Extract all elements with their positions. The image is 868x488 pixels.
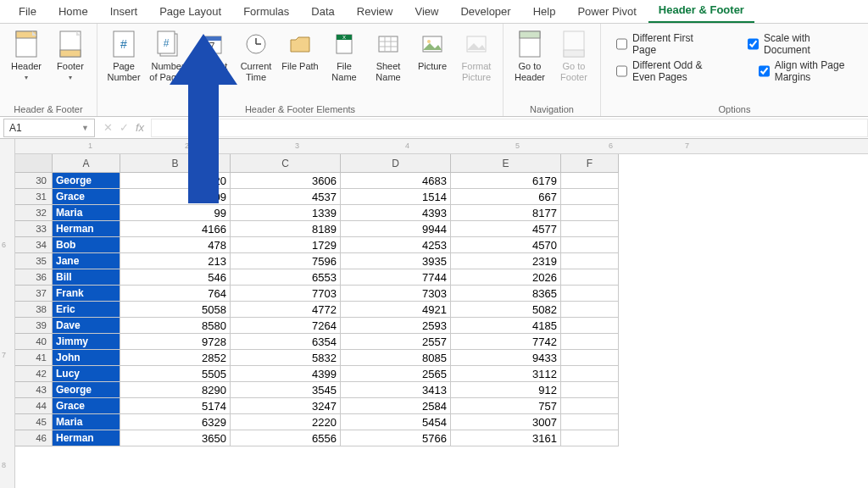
cell-value[interactable]: 7703	[231, 286, 341, 302]
cell-value[interactable]: 478	[120, 237, 231, 253]
cell-value[interactable]: 5505	[120, 366, 231, 382]
tab-power-pivot[interactable]: Power Pivot	[567, 0, 646, 23]
cell-value[interactable]: 4253	[341, 237, 451, 253]
cell-name[interactable]: Jane	[53, 253, 120, 269]
cell-value[interactable]: 3112	[451, 366, 561, 382]
enter-icon[interactable]: ✓	[120, 121, 129, 134]
cell-value[interactable]: 1729	[231, 237, 341, 253]
cell-empty[interactable]	[561, 302, 619, 318]
cell-value[interactable]: 9728	[120, 334, 231, 350]
cell-value[interactable]: 2584	[341, 398, 451, 414]
cell-value[interactable]: 4570	[451, 237, 561, 253]
tab-file[interactable]: File	[8, 0, 47, 23]
cell-value[interactable]: 5454	[341, 414, 451, 430]
cell-value[interactable]: 546	[120, 269, 231, 286]
row-header[interactable]: 37	[15, 286, 53, 302]
cell-empty[interactable]	[561, 189, 619, 205]
scale-with-document-checkbox[interactable]: Scale with Document	[748, 32, 853, 56]
row-header[interactable]: 40	[15, 334, 53, 350]
cell-empty[interactable]	[561, 173, 619, 189]
cell-value[interactable]: 4921	[341, 302, 451, 318]
tab-insert[interactable]: Insert	[100, 0, 148, 23]
row-header[interactable]: 33	[15, 221, 53, 237]
cell-value[interactable]: 4393	[341, 205, 451, 221]
cell-empty[interactable]	[561, 430, 619, 446]
cell-value[interactable]: 2557	[341, 334, 451, 350]
cell-value[interactable]: 3007	[451, 414, 561, 430]
cell-value[interactable]: 5766	[341, 430, 451, 446]
cell-value[interactable]: 3650	[120, 430, 231, 446]
column-header-B[interactable]: B	[120, 154, 231, 173]
name-box[interactable]: A1 ▼	[3, 119, 95, 137]
cell-name[interactable]: Frank	[53, 286, 120, 302]
cell-value[interactable]: 4537	[231, 189, 341, 205]
cell-value[interactable]: 2593	[341, 318, 451, 334]
page-number-button[interactable]: # Page Number	[103, 27, 145, 100]
column-header-A[interactable]: A	[53, 154, 120, 173]
cell-value[interactable]: 2852	[120, 350, 231, 366]
cell-value[interactable]: 5520	[120, 173, 231, 189]
row-header[interactable]: 34	[15, 237, 53, 253]
cell-name[interactable]: Herman	[53, 430, 120, 446]
cell-value[interactable]: 99	[120, 205, 231, 221]
tab-review[interactable]: Review	[347, 0, 403, 23]
tab-developer[interactable]: Developer	[450, 0, 520, 23]
current-date-button[interactable]: 7 Current Date	[191, 27, 233, 100]
cell-empty[interactable]	[561, 398, 619, 414]
number-of-pages-button[interactable]: # Number of Pages	[147, 27, 189, 100]
tab-home[interactable]: Home	[48, 0, 98, 23]
row-header[interactable]: 42	[15, 366, 53, 382]
file-name-button[interactable]: X File Name	[323, 27, 365, 100]
cell-name[interactable]: George	[53, 173, 120, 189]
cell-name[interactable]: Jimmy	[53, 334, 120, 350]
align-margins-checkbox[interactable]: Align with Page Margins	[759, 59, 853, 83]
cell-value[interactable]: 8580	[120, 318, 231, 334]
column-header-D[interactable]: D	[341, 154, 451, 173]
row-header[interactable]: 39	[15, 318, 53, 334]
cell-value[interactable]: 4772	[231, 302, 341, 318]
sheet-name-button[interactable]: Sheet Name	[367, 27, 409, 100]
cell-empty[interactable]	[561, 286, 619, 302]
select-all-corner[interactable]	[15, 154, 53, 173]
cell-value[interactable]: 8177	[451, 205, 561, 221]
cell-value[interactable]: 3545	[231, 382, 341, 398]
row-header[interactable]: 36	[15, 269, 53, 286]
row-header[interactable]: 30	[15, 173, 53, 189]
cell-empty[interactable]	[561, 221, 619, 237]
cell-value[interactable]: 4166	[120, 221, 231, 237]
cell-empty[interactable]	[561, 237, 619, 253]
cell-value[interactable]: 2319	[451, 253, 561, 269]
cell-name[interactable]: Maria	[53, 414, 120, 430]
diff-odd-even-checkbox[interactable]: Different Odd & Even Pages	[616, 59, 725, 83]
row-header[interactable]: 41	[15, 350, 53, 366]
tab-page-layout[interactable]: Page Layout	[149, 0, 231, 23]
row-header[interactable]: 43	[15, 382, 53, 398]
tab-formulas[interactable]: Formulas	[233, 0, 299, 23]
cell-value[interactable]: 1514	[341, 189, 451, 205]
cell-value[interactable]: 6179	[451, 173, 561, 189]
cell-value[interactable]: 8365	[451, 286, 561, 302]
cell-value[interactable]: 7596	[231, 253, 341, 269]
row-header[interactable]: 44	[15, 398, 53, 414]
cell-value[interactable]: 764	[120, 286, 231, 302]
cell-value[interactable]: 6556	[231, 430, 341, 446]
cell-empty[interactable]	[561, 382, 619, 398]
row-header[interactable]: 46	[15, 430, 53, 446]
cell-name[interactable]: John	[53, 350, 120, 366]
header-button[interactable]: Header ▾	[5, 27, 47, 100]
column-header-C[interactable]: C	[231, 154, 341, 173]
formula-bar[interactable]	[151, 119, 868, 137]
row-header[interactable]: 35	[15, 253, 53, 269]
cell-value[interactable]: 2565	[341, 366, 451, 382]
tab-header-footer[interactable]: Header & Footer	[648, 0, 754, 23]
footer-button[interactable]: Footer ▾	[49, 27, 92, 100]
cell-value[interactable]: 5174	[120, 398, 231, 414]
cell-empty[interactable]	[561, 414, 619, 430]
cell-value[interactable]: 757	[451, 398, 561, 414]
cell-empty[interactable]	[561, 205, 619, 221]
cell-value[interactable]: 5058	[120, 302, 231, 318]
cell-value[interactable]: 213	[120, 253, 231, 269]
row-header[interactable]: 31	[15, 189, 53, 205]
cell-value[interactable]: 6354	[231, 334, 341, 350]
cell-value[interactable]: 4577	[451, 221, 561, 237]
